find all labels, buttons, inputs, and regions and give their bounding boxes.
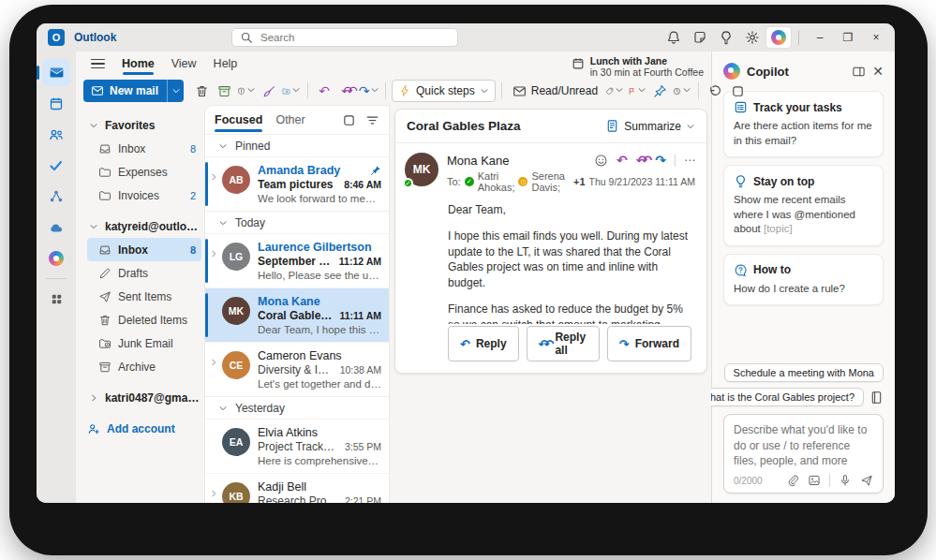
rail-item-calendar[interactable] bbox=[42, 90, 70, 117]
archive-button[interactable] bbox=[214, 80, 234, 102]
select-messages-icon[interactable] bbox=[342, 113, 356, 127]
suggestion-chip[interactable]: Schedule a meeting with Mona bbox=[724, 363, 884, 382]
account-header[interactable]: katyreid@outlook.co... bbox=[87, 214, 201, 238]
expand-chevron-icon[interactable] bbox=[207, 480, 219, 503]
recipient[interactable]: Katri Ahokas; bbox=[478, 170, 515, 193]
report-button[interactable] bbox=[236, 80, 257, 102]
image-icon[interactable] bbox=[808, 474, 821, 487]
search-input[interactable] bbox=[259, 31, 450, 44]
folder-item-inbox-fav[interactable]: Inbox 8 bbox=[87, 137, 201, 160]
notifications-button[interactable] bbox=[661, 27, 686, 48]
expand-chevron-icon[interactable] bbox=[207, 241, 219, 281]
search-box[interactable] bbox=[231, 28, 458, 47]
section-today[interactable]: Today bbox=[205, 211, 389, 233]
tab-focused[interactable]: Focused bbox=[215, 106, 262, 134]
rail-item-groups[interactable] bbox=[42, 183, 70, 210]
meeting-reminder[interactable]: Lunch with Jane in 30 min at Fourth Coff… bbox=[572, 55, 704, 78]
rail-item-apps[interactable] bbox=[42, 286, 70, 313]
forward-icon[interactable]: ↷ bbox=[655, 153, 666, 168]
tab-other[interactable]: Other bbox=[275, 106, 305, 134]
close-icon[interactable]: ✕ bbox=[872, 65, 884, 78]
suggestion-chip[interactable]: What is the Coral Gables project? bbox=[691, 388, 864, 406]
categorize-button[interactable] bbox=[604, 80, 625, 102]
forward-button[interactable]: ↷ bbox=[359, 80, 379, 102]
copilot-card-how-to[interactable]: How to How do I create a rule? bbox=[723, 254, 884, 306]
minimize-button[interactable]: – bbox=[807, 27, 833, 48]
folder-item-drafts[interactable]: Drafts bbox=[87, 261, 201, 285]
read-unread-button[interactable]: Read/Unread bbox=[508, 80, 602, 102]
pin-button[interactable] bbox=[649, 80, 670, 102]
snooze-button[interactable] bbox=[672, 80, 692, 102]
folder-item-junk[interactable]: Junk Email bbox=[87, 332, 201, 355]
copilot-toggle-button[interactable] bbox=[766, 27, 791, 48]
tab-view[interactable]: View bbox=[171, 52, 197, 76]
expand-chevron-icon[interactable] bbox=[207, 164, 219, 204]
more-recipients[interactable]: +1 bbox=[573, 176, 586, 187]
reply-button[interactable]: ↶ bbox=[314, 80, 334, 102]
folder-item-archive[interactable]: Archive bbox=[87, 355, 201, 378]
folder-item-invoices[interactable]: Invoices 2 bbox=[87, 184, 201, 207]
mic-icon[interactable] bbox=[839, 474, 852, 487]
reply-all-label: Reply all bbox=[555, 331, 587, 357]
reply-all-icon[interactable]: ↶↶ bbox=[636, 153, 646, 168]
list-item[interactable]: AB Amanda Brady Team pictures8:46 AM We … bbox=[205, 156, 389, 211]
list-item[interactable]: EA Elvia Atkins Project Tracker Design D… bbox=[205, 419, 389, 473]
more-apps-button[interactable] bbox=[727, 80, 748, 102]
quick-steps-button[interactable]: Quick steps bbox=[392, 80, 496, 102]
attach-icon[interactable] bbox=[786, 474, 799, 487]
maximize-button[interactable]: ❐ bbox=[835, 27, 861, 48]
rail-item-people[interactable] bbox=[42, 121, 70, 148]
reply-icon[interactable]: ↶ bbox=[617, 153, 628, 168]
list-item[interactable]: LG Laurence Gilbertson September Expense… bbox=[205, 233, 389, 287]
notes-button[interactable] bbox=[688, 27, 712, 48]
reply-button[interactable]: ↶Reply bbox=[448, 326, 519, 361]
recipient[interactable]: Serena Davis; bbox=[531, 170, 570, 193]
section-pinned[interactable]: Pinned bbox=[205, 134, 389, 156]
folder-item-sent[interactable]: Sent Items bbox=[87, 285, 201, 308]
move-to-button[interactable] bbox=[281, 80, 302, 102]
list-item[interactable]: KB Kadji Bell Research Project Update2:2… bbox=[205, 473, 389, 503]
copilot-card-stay-on-top[interactable]: Stay on top Show me recent emails where … bbox=[723, 165, 884, 246]
sweep-button[interactable] bbox=[259, 80, 279, 102]
new-mail-button[interactable]: New mail bbox=[83, 80, 184, 102]
forward-button[interactable]: ↷Forward bbox=[607, 326, 691, 361]
favorites-header[interactable]: Favorites bbox=[87, 113, 201, 137]
prompt-guide-icon[interactable] bbox=[869, 391, 884, 405]
tips-button[interactable] bbox=[714, 27, 738, 48]
rail-item-onedrive[interactable] bbox=[42, 214, 70, 241]
folder-item-expenses[interactable]: Expenses bbox=[87, 160, 201, 184]
people-icon bbox=[49, 127, 64, 142]
open-in-window-icon[interactable] bbox=[852, 65, 866, 79]
tab-home[interactable]: Home bbox=[122, 52, 155, 76]
subject: September Expense Re... bbox=[258, 255, 334, 268]
reply-all-button[interactable]: ↶↶Reply all bbox=[527, 326, 600, 361]
expand-chevron-icon[interactable] bbox=[207, 349, 219, 390]
rail-item-todo[interactable] bbox=[42, 152, 70, 179]
secondary-account-header[interactable]: katri0487@gmail.com bbox=[87, 386, 201, 409]
new-mail-dropdown[interactable] bbox=[167, 80, 184, 102]
close-button[interactable]: × bbox=[863, 27, 889, 48]
reactions-smiley-icon[interactable] bbox=[594, 154, 608, 168]
delete-button[interactable] bbox=[191, 80, 212, 102]
reply-all-button[interactable]: ↶↶ bbox=[336, 80, 357, 102]
add-account-button[interactable]: Add account bbox=[87, 422, 201, 435]
folder-item-deleted[interactable]: Deleted Items bbox=[87, 308, 201, 332]
send-icon[interactable] bbox=[860, 474, 873, 487]
settings-button[interactable] bbox=[740, 27, 765, 48]
hamburger-menu-button[interactable] bbox=[91, 59, 105, 69]
summarize-button[interactable]: Summarize bbox=[605, 119, 695, 133]
more-options-icon[interactable]: ⋯ bbox=[684, 154, 695, 167]
filter-icon[interactable] bbox=[365, 113, 379, 127]
rail-item-mail[interactable] bbox=[42, 59, 70, 86]
flag-button[interactable] bbox=[627, 80, 647, 102]
list-item-selected[interactable]: MK Mona Kane Coral Gables Plaza11:11 AM … bbox=[205, 287, 389, 342]
undo-button[interactable] bbox=[705, 80, 725, 102]
folder-item-inbox[interactable]: Inbox 8 bbox=[87, 238, 201, 261]
list-item[interactable]: CE Cameron Evans Diversity & Inclusion P… bbox=[205, 342, 389, 396]
copilot-card-track-tasks[interactable]: Track your tasks Are there action items … bbox=[723, 91, 884, 157]
section-yesterday[interactable]: Yesterday bbox=[205, 396, 389, 419]
tab-help[interactable]: Help bbox=[214, 52, 238, 76]
copilot-input-box[interactable]: Describe what you'd like to do or use / … bbox=[723, 414, 884, 494]
copilot-input-placeholder[interactable]: Describe what you'd like to do or use / … bbox=[734, 422, 873, 468]
rail-item-copilot[interactable] bbox=[42, 244, 70, 272]
